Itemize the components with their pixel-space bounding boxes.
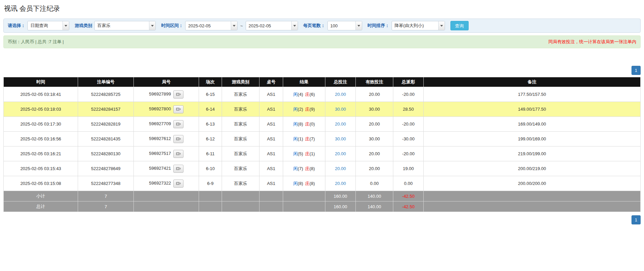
video-button[interactable]: [173, 150, 183, 158]
date-range-separator: ~: [240, 23, 244, 28]
caret-glyph: [357, 25, 360, 27]
table-row: 2025-02-05 03:17:30 522248282819 5969277…: [4, 117, 641, 132]
empty-cell: [222, 201, 259, 212]
player-result-score: (4): [298, 92, 303, 97]
banker-result-score: (9): [309, 107, 315, 112]
cell-session: 6-10: [199, 161, 222, 176]
cell-game-type: 百家乐: [222, 146, 259, 161]
table-row: 2025-02-05 03:18:41 522248285725 5969278…: [4, 87, 641, 102]
cell-session: 6-15: [199, 87, 222, 102]
subtotal-valid-bet: 140.00: [356, 191, 393, 201]
chevron-down-icon[interactable]: [355, 21, 362, 30]
video-button[interactable]: [173, 105, 183, 113]
date-from-select[interactable]: [185, 21, 238, 30]
player-result-score: (8): [298, 121, 303, 127]
player-result-score: (7): [298, 166, 303, 171]
cell-result: 闲(1)庄(7): [283, 132, 325, 146]
cell-game-type: 百家乐: [222, 161, 259, 176]
date-from-input[interactable]: [185, 21, 231, 30]
chevron-down-icon[interactable]: [149, 21, 155, 30]
player-result-score: (5): [298, 151, 303, 156]
cell-total-bet: 30.00: [325, 132, 356, 146]
subtotal-total-bet: 160.00: [325, 191, 356, 201]
col-time: 时间: [4, 77, 78, 87]
cell-valid-bet: 20.00: [356, 117, 393, 132]
video-button[interactable]: [173, 180, 183, 188]
cell-result: 闲(2)庄(9): [283, 102, 325, 117]
cell-result: 闲(8)庄(8): [283, 176, 325, 191]
chevron-down-icon[interactable]: [231, 21, 237, 30]
page-size-label: 每页笔数：: [303, 23, 325, 29]
cell-time: 2025-02-05 03:16:56: [4, 132, 78, 146]
table-row: 2025-02-05 03:16:56 522248281435 5969276…: [4, 132, 641, 146]
date-to-select[interactable]: [246, 21, 298, 30]
total-bet-link[interactable]: 30.00: [335, 107, 346, 112]
sort-order-input[interactable]: [392, 21, 438, 30]
cell-session: 6-12: [199, 132, 222, 146]
total-bet-link[interactable]: 30.00: [335, 136, 346, 141]
page-1-button[interactable]: 1: [631, 66, 641, 75]
sort-order-label: 时间排序：: [368, 23, 390, 29]
total-label: 总计: [4, 201, 78, 212]
total-bet-link[interactable]: 20.00: [335, 121, 346, 127]
date-query-input[interactable]: [28, 21, 63, 30]
cell-table-no: AS1: [259, 146, 283, 161]
cell-payout: 28.50: [393, 102, 424, 117]
cell-round: 596927899: [134, 87, 199, 102]
player-result-label: 闲: [293, 92, 298, 97]
total-bet-link[interactable]: 20.00: [335, 151, 346, 156]
cell-payout: -20.00: [393, 117, 424, 132]
cell-total-bet: 20.00: [325, 176, 356, 191]
cell-game-type: 百家乐: [222, 132, 259, 146]
cell-total-bet: 30.00: [325, 102, 356, 117]
player-result-label: 闲: [293, 121, 298, 127]
cell-time: 2025-02-05 03:15:08: [4, 176, 78, 191]
video-icon: [176, 166, 181, 171]
table-row: 2025-02-05 03:15:08 522248277348 5969273…: [4, 176, 641, 191]
sort-order-select[interactable]: [392, 21, 445, 30]
banker-result-label: 庄: [305, 136, 309, 141]
page-1-button[interactable]: 1: [631, 215, 641, 224]
total-bet-link[interactable]: 20.00: [335, 92, 346, 97]
date-query-select[interactable]: [27, 21, 69, 30]
cell-bet-id: 522248281435: [78, 132, 134, 146]
total-bet-link[interactable]: 20.00: [335, 181, 346, 186]
cell-table-no: AS1: [259, 176, 283, 191]
game-type-input[interactable]: [95, 21, 149, 30]
col-result: 结果: [283, 77, 325, 87]
round-id: 596927421: [149, 166, 171, 171]
subtotal-label: 小计: [4, 191, 78, 201]
cell-time: 2025-02-05 03:18:41: [4, 87, 78, 102]
video-button[interactable]: [173, 90, 183, 99]
pagination-top: 1: [3, 66, 641, 75]
chevron-down-icon[interactable]: [438, 21, 445, 30]
video-icon: [176, 107, 181, 111]
player-result-score: (2): [298, 107, 303, 112]
table-row: 2025-02-05 03:18:03 522248284157 5969278…: [4, 102, 641, 117]
video-button[interactable]: [173, 165, 183, 173]
cell-bet-id: 522248284157: [78, 102, 134, 117]
chevron-down-icon[interactable]: [63, 21, 69, 30]
page-size-select[interactable]: [327, 21, 362, 30]
chevron-down-icon[interactable]: [291, 21, 298, 30]
cell-payout: 19.00: [393, 161, 424, 176]
time-range-label: 时间区间：: [161, 23, 183, 29]
game-type-select[interactable]: [94, 21, 156, 30]
cell-result: 闲(8)庄(0): [283, 117, 325, 132]
date-to-input[interactable]: [246, 21, 291, 30]
cell-game-type: 百家乐: [222, 176, 259, 191]
caret-glyph: [151, 25, 154, 27]
total-bet-link[interactable]: 20.00: [335, 166, 346, 171]
empty-cell: [134, 201, 199, 212]
video-button[interactable]: [173, 120, 183, 128]
page-size-input[interactable]: [328, 21, 355, 30]
video-button[interactable]: [173, 135, 183, 143]
table-row: 2025-02-05 03:16:21 522248280130 5969275…: [4, 146, 641, 161]
game-type-label: 游戏类别: [75, 23, 92, 29]
col-valid-bet: 有效投注: [356, 77, 393, 87]
banker-result-score: (6): [309, 92, 315, 97]
col-payout: 总派彩: [393, 77, 424, 87]
cell-remark: 149.00/177.50: [424, 102, 641, 117]
cell-payout: -20.00: [393, 146, 424, 161]
search-button[interactable]: 查询: [450, 21, 469, 30]
